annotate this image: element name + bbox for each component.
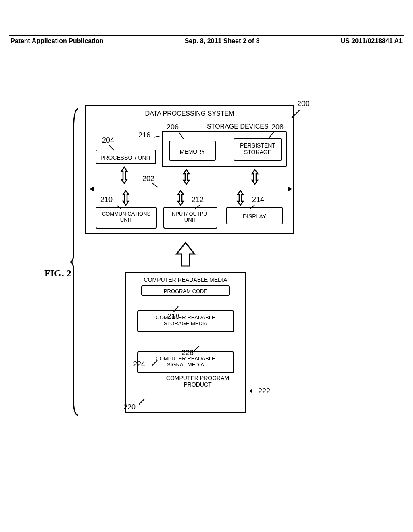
data-processing-system-box: DATA PROCESSING SYSTEM STORAGE DEVICES 2…	[85, 105, 294, 234]
ref-218: 218	[167, 312, 179, 321]
ref-214: 214	[252, 195, 264, 204]
ref-216: 216	[138, 131, 150, 139]
ref-210: 210	[100, 195, 113, 204]
page: Patent Application Publication Sep. 8, 2…	[0, 0, 413, 532]
page-header: Patent Application Publication Sep. 8, 2…	[0, 35, 413, 45]
system-bus-icon	[89, 186, 292, 192]
io-l2: UNIT	[164, 217, 217, 223]
ref-222-leader-icon	[248, 388, 259, 394]
ref-208: 208	[271, 123, 284, 131]
ref-224: 224	[133, 360, 145, 368]
computer-readable-storage-media-box: COMPUTER READABLE STORAGE MEDIA	[137, 310, 234, 332]
dps-title: DATA PROCESSING SYSTEM	[86, 110, 293, 117]
persistent-storage-box: PERSISTENT STORAGE	[234, 138, 282, 161]
cpp-l1: COMPUTER PROGRAM	[150, 375, 245, 381]
processor-unit-box: PROCESSOR UNIT	[96, 150, 156, 164]
header-rule	[9, 35, 404, 36]
ref-226: 226	[181, 349, 194, 357]
ref-224-leader-icon	[152, 360, 158, 367]
bus-arrow-icon	[235, 190, 246, 206]
header-row: Patent Application Publication Sep. 8, 2…	[9, 37, 404, 45]
crm-title: COMPUTER READABLE MEDIA	[126, 276, 245, 283]
bus-arrow-icon	[250, 169, 260, 185]
crsm-l1: COMPUTER READABLE	[138, 314, 233, 320]
storage-devices-panel: MEMORY PERSISTENT STORAGE	[162, 131, 287, 167]
ref-216-leader-icon	[154, 136, 162, 141]
memory-box: MEMORY	[169, 141, 216, 161]
ref-202: 202	[142, 175, 154, 183]
ref-220: 220	[123, 403, 136, 411]
program-code-box: PROGRAM CODE	[141, 285, 230, 296]
up-arrow-icon	[173, 241, 198, 269]
computer-program-product-box: COMPUTER READABLE MEDIA PROGRAM CODE COM…	[125, 272, 246, 413]
cpp-l2: PRODUCT	[150, 381, 245, 388]
ref-204: 204	[102, 136, 114, 145]
ref-220-leader-icon	[139, 399, 145, 405]
bus-arrow-icon	[175, 190, 186, 206]
ref-206: 206	[167, 123, 179, 131]
storage-devices-label: STORAGE DEVICES	[207, 123, 269, 130]
header-right: US 2011/0218841 A1	[341, 37, 403, 45]
curly-brace-icon	[70, 101, 80, 423]
ref-222: 222	[258, 387, 270, 395]
display-box: DISPLAY	[226, 207, 283, 224]
computer-program-product-label: COMPUTER PROGRAM PRODUCT	[126, 375, 245, 388]
communications-unit-box: COMMUNICATIONS UNIT	[96, 207, 157, 229]
ref-200-leader-icon	[291, 110, 302, 120]
comm-l1: COMMUNICATIONS	[96, 211, 156, 217]
persistent-storage-l1: PERSISTENT	[234, 142, 281, 149]
bus-arrow-icon	[119, 166, 129, 185]
bus-arrow-icon	[121, 190, 131, 206]
comm-l2: UNIT	[96, 217, 156, 223]
ref-226-leader-icon	[194, 346, 200, 352]
io-unit-box: INPUT/ OUTPUT UNIT	[163, 207, 217, 229]
bus-arrow-icon	[181, 169, 192, 185]
header-left: Patent Application Publication	[10, 37, 104, 45]
crsm-l2: STORAGE MEDIA	[138, 320, 233, 326]
ref-212: 212	[192, 195, 204, 204]
header-center: Sep. 8, 2011 Sheet 2 of 8	[185, 37, 260, 45]
ref-218-leader-icon	[173, 306, 180, 313]
persistent-storage-l2: STORAGE	[234, 149, 281, 155]
figure-label: FIG. 2	[44, 268, 71, 279]
io-l1: INPUT/ OUTPUT	[164, 211, 217, 217]
ref-200: 200	[297, 100, 309, 108]
